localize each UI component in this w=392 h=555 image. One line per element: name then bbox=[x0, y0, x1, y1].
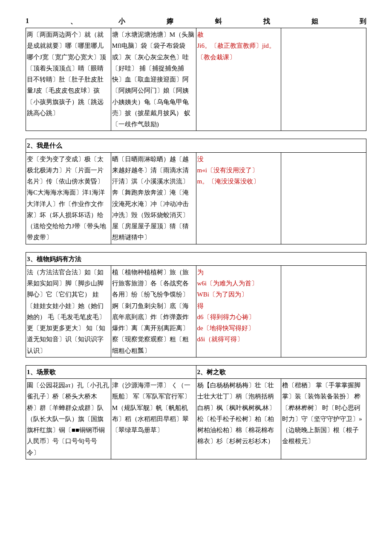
heading-char: 妲 bbox=[311, 17, 318, 26]
heading-char: 找 bbox=[263, 17, 270, 26]
table-3: 3、植物妈妈有方法 法（方法法官合法〕如〔如果如实如同〕脚〔脚步山脚脚心〕它〔它… bbox=[26, 252, 366, 357]
t3-c3-line1: 为 bbox=[197, 267, 280, 278]
t1-col4 bbox=[281, 28, 366, 131]
t1-col2: 塘〔水塘泥塘池塘〕M（头脑Mfl电脑〕袋〔袋子布袋袋或〕灰〔灰心灰尘灰色〕哇〔好… bbox=[111, 28, 196, 131]
table-2: 2、我是什么 变〔变为变了变成〕极〔太极北极涛力〕片〔片面一片名片〕传〔依山傍水… bbox=[26, 139, 366, 244]
t2-c3-line2: m«i〔没有没用没了〕 bbox=[197, 165, 280, 176]
heading-char: 小 bbox=[118, 17, 125, 26]
t3-c3-line7: dδi（就得可得〕 bbox=[197, 334, 280, 345]
t3-title: 3、植物妈妈有方法 bbox=[26, 252, 366, 265]
t2-col1: 变〔变为变了变成〕极〔太极北极涛力〕片〔片面一片名片〕传〔依山傍水黄昏〕海C大海… bbox=[26, 152, 111, 244]
heading-char: 到 bbox=[360, 17, 366, 26]
heading-char: 1 bbox=[26, 17, 29, 26]
t3-c3-line6: de〔地得快写得好〕 bbox=[197, 323, 280, 334]
t1-c3-line2: Ji6。〔赦正教宣教师〕jid。 bbox=[197, 40, 280, 51]
t4-title-b: 2、树之歌 bbox=[196, 365, 366, 378]
t2-title: 2、我是什么 bbox=[26, 139, 366, 152]
t3-c3-line5: d6〔得到得力心祷〕 bbox=[197, 311, 280, 323]
t2-col2: 晒〔日晒雨淋晾晒）越〔越来越好越冬〕清〔雨滴水清汗清〕淇〔小溪溪水洪流〕奔〔舞跑… bbox=[111, 152, 196, 244]
t3-col3: 为 w6i〔为难为人为首〕 WBi〔为了因为〕 得 d6〔得到得力心祷〕 de〔… bbox=[196, 265, 281, 357]
page-heading: 1 、 小 嬣 蚪 找 妲 到 bbox=[26, 17, 366, 26]
t2-c3-line1: 没 bbox=[197, 154, 280, 165]
t4-title-a: 1、场景歌 bbox=[26, 365, 196, 378]
heading-char: 蚪 bbox=[215, 17, 222, 26]
heading-char: 、 bbox=[70, 17, 77, 26]
table-1: 两〔两面两边两个〕就（就是成就就要〕哪〔哪里哪儿哪个J宽〔宽广宽心宽大〕顶〔顶着… bbox=[26, 28, 366, 131]
t4-b-col2: 橹〔楷栖〕 掌〔手掌掌握脚掌〕装〔装饰装备装扮〕 桦〔桦林桦树〕 时〔时心思砢时… bbox=[281, 379, 366, 459]
t3-c3-line3: WBi〔为了因为〕 bbox=[197, 289, 280, 300]
t2-col3: 没 m«i〔没有没用没了〕 m。〔淹没没落没收〕 bbox=[196, 152, 281, 244]
t3-col1: 法（方法法官合法〕如〔如果如实如同〕脚〔脚步山脚脚心〕它〔它们其它） 娃〔娃娃女… bbox=[26, 265, 111, 357]
t2-col4 bbox=[281, 152, 366, 244]
t3-c3-line2: w6i〔为难为人为首〕 bbox=[197, 278, 280, 289]
t4-a-col2: 津（沙源海潭一潭〕 く（一瓶船〕 军〔军队军官行军〕 M（规队军舰〕帆〔帆船机布… bbox=[111, 379, 196, 459]
t3-col2: 植〔植物种植植树〕旅（旅行旅客旅游〕各〔各战究各各用〕纷〔纷飞纷争馍纷〕婀〔刺刀… bbox=[111, 265, 196, 357]
t2-c3-line3: m。〔淹没没落没收〕 bbox=[197, 176, 280, 187]
t1-col1: 两〔两面两边两个〕就（就是成就就要〕哪〔哪里哪儿哪个J宽〔宽广宽心宽大〕顶〔顶着… bbox=[26, 28, 111, 131]
table-4: 1、场景歌 2、树之歌 園〔公园花园aτ）孔〔小孔孔雀孔子〕桥〔桥头大桥木桥〕群… bbox=[26, 365, 366, 459]
heading-char: 嬣 bbox=[167, 17, 173, 26]
t1-col3: 赦 Ji6。〔赦正教宣教师〕jid。 〔教会栽课〕 bbox=[196, 28, 281, 131]
t4-a-col1: 園〔公园花园aτ）孔〔小孔孔雀孔子〕桥〔桥头大桥木桥〕群〔羊蝉群众成群〕队（队长… bbox=[26, 379, 111, 459]
t1-c3-line3: 〔教会栽课〕 bbox=[197, 52, 280, 63]
t3-col4 bbox=[281, 265, 366, 357]
t4-b-col1: 杨【白杨杨树杨梅〕壮〔壮士壮大壮丁〕柄〔泡柄括柄白柄〕枫〔枫叶枫树枫,林〕松〔松… bbox=[196, 379, 281, 459]
t3-c3-line4: 得 bbox=[197, 300, 280, 311]
t1-c3-line1: 赦 bbox=[197, 29, 280, 40]
